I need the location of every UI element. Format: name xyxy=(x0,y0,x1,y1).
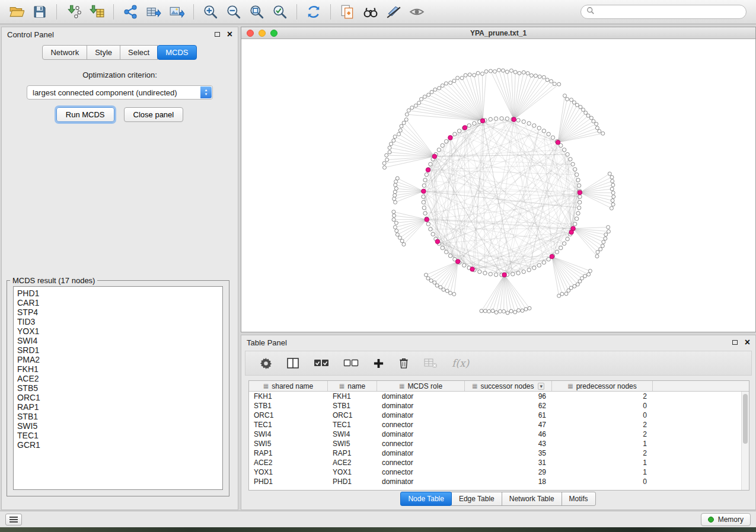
table-toolbar: f(x) xyxy=(245,351,752,376)
table-row[interactable]: SWI4SWI4dominator462 xyxy=(249,430,749,439)
float-panel-icon[interactable] xyxy=(215,32,220,37)
tab-network-table[interactable]: Network Table xyxy=(502,492,562,506)
column-sort-icon[interactable]: ▦ xyxy=(339,383,344,389)
table-row[interactable]: ACE2ACE2connector311 xyxy=(249,458,749,467)
run-mcds-button[interactable]: Run MCDS xyxy=(56,107,114,122)
table-scrollbar[interactable] xyxy=(741,392,749,490)
control-panel-header: Control Panel × xyxy=(2,27,238,41)
menu-icon[interactable] xyxy=(5,514,22,525)
find-icon[interactable] xyxy=(360,2,381,21)
mcds-result-item[interactable]: FKH1 xyxy=(17,364,219,374)
add-row-icon[interactable] xyxy=(373,358,384,369)
mcds-result-item[interactable]: SWI5 xyxy=(17,421,219,431)
import-table-icon[interactable] xyxy=(86,2,107,21)
mcds-result-item[interactable]: GCR1 xyxy=(17,440,219,450)
float-panel-icon[interactable] xyxy=(732,340,738,345)
import-network-icon[interactable] xyxy=(63,2,84,21)
maximize-window-icon[interactable] xyxy=(270,30,277,37)
table-row[interactable]: RAP1RAP1dominator352 xyxy=(249,448,749,458)
mcds-result-item[interactable]: SWI4 xyxy=(17,336,219,345)
tab-motifs[interactable]: Motifs xyxy=(562,492,596,506)
mcds-result-item[interactable]: YOX1 xyxy=(17,326,219,336)
select-all-icon[interactable] xyxy=(314,358,329,368)
zoom-fit-icon[interactable] xyxy=(246,2,267,21)
column-sort-icon[interactable]: ▦ xyxy=(399,383,404,389)
column-header-successor-nodes[interactable]: ▦successor nodes▾ xyxy=(465,381,552,391)
column-layout-icon[interactable] xyxy=(286,357,299,369)
close-panel-icon[interactable]: × xyxy=(745,339,750,346)
table-header-row: ▦shared name▦name▦MCDS role▦successor no… xyxy=(249,381,749,392)
scrollbar-thumb[interactable] xyxy=(743,394,748,444)
mcds-result-item[interactable]: TID3 xyxy=(17,317,219,326)
mcds-result-item[interactable]: PHD1 xyxy=(17,289,219,298)
tab-mcds[interactable]: MCDS xyxy=(157,45,196,60)
mcds-result-item[interactable]: STP4 xyxy=(17,307,219,317)
delete-row-icon[interactable] xyxy=(398,357,409,369)
search-input[interactable] xyxy=(598,8,741,16)
toolbar-separator xyxy=(330,4,331,20)
mcds-result-group: MCDS result (17 nodes) PHD1CAR1STP4TID3Y… xyxy=(7,276,229,496)
optimization-criterion-select[interactable]: largest connected component (undirected)… xyxy=(27,85,213,100)
table-row[interactable]: STB1STB1dominator620 xyxy=(249,401,749,411)
memory-button[interactable]: Memory xyxy=(701,513,751,526)
desktop-wallpaper-strip xyxy=(0,527,756,532)
mcds-result-item[interactable]: STB5 xyxy=(17,383,219,393)
tab-style[interactable]: Style xyxy=(87,45,120,60)
network-window-titlebar[interactable]: YPA_prune.txt_1 xyxy=(241,27,755,39)
close-window-icon[interactable] xyxy=(247,30,254,37)
mcds-result-item[interactable]: ACE2 xyxy=(17,374,219,383)
network-window-title: YPA_prune.txt_1 xyxy=(470,29,527,37)
minimize-window-icon[interactable] xyxy=(259,30,266,37)
zoom-in-icon[interactable] xyxy=(200,2,221,21)
mcds-result-item[interactable]: PMA2 xyxy=(17,355,219,364)
refresh-layout-icon[interactable] xyxy=(303,2,324,21)
column-header-predecessor-nodes[interactable]: ▦predecessor nodes xyxy=(552,381,653,391)
column-sort-icon[interactable]: ▦ xyxy=(263,383,269,389)
zoom-selected-icon[interactable] xyxy=(269,2,291,21)
mcds-result-item[interactable]: STB1 xyxy=(17,412,219,421)
close-panel-icon[interactable]: × xyxy=(227,31,232,38)
node-table: ▦shared name▦name▦MCDS role▦successor no… xyxy=(248,380,749,491)
search-box[interactable] xyxy=(580,5,747,19)
tab-edge-table[interactable]: Edge Table xyxy=(451,492,502,506)
table-row[interactable]: PHD1PHD1dominator180 xyxy=(249,477,749,486)
toolbar-separator xyxy=(296,4,297,20)
column-sort-icon[interactable]: ▦ xyxy=(567,383,573,389)
mcds-result-item[interactable]: TEC1 xyxy=(17,431,219,440)
apply-style-icon[interactable] xyxy=(383,2,404,21)
table-row[interactable]: YOX1YOX1connector291 xyxy=(249,467,749,477)
deselect-all-icon[interactable] xyxy=(343,358,359,368)
column-header-name[interactable]: ▦name xyxy=(328,381,377,391)
mcds-result-item[interactable]: SRD1 xyxy=(17,345,219,355)
export-network-icon[interactable] xyxy=(120,2,141,21)
tab-network[interactable]: Network xyxy=(42,45,87,60)
status-bar: Memory xyxy=(0,511,756,527)
zoom-out-icon[interactable] xyxy=(223,2,244,21)
close-panel-button[interactable]: Close panel xyxy=(124,107,184,122)
export-table-icon[interactable] xyxy=(143,2,164,21)
save-session-icon[interactable] xyxy=(29,2,50,21)
table-row[interactable]: ORC1ORC1dominator610 xyxy=(249,411,749,420)
open-file-icon[interactable] xyxy=(6,2,27,21)
copy-view-icon[interactable] xyxy=(337,2,358,21)
show-hide-graphics-icon[interactable] xyxy=(406,2,428,21)
mcds-result-item[interactable]: RAP1 xyxy=(17,402,219,412)
table-tabs: Node TableEdge TableNetwork TableMotifs xyxy=(241,492,755,506)
table-row[interactable]: SWI5SWI5connector431 xyxy=(249,439,749,448)
sort-order-icon[interactable]: ▾ xyxy=(538,383,544,390)
toolbar-separator xyxy=(56,4,57,20)
mcds-result-item[interactable]: ORC1 xyxy=(17,393,219,402)
criterion-value: largest connected component (undirected) xyxy=(33,88,177,97)
table-panel-header: Table Panel × xyxy=(241,335,755,350)
tab-select[interactable]: Select xyxy=(120,45,158,60)
column-header-MCDS-role[interactable]: ▦MCDS role xyxy=(377,381,465,391)
table-settings-icon[interactable] xyxy=(260,357,272,370)
table-row[interactable]: TEC1TEC1connector472 xyxy=(249,420,749,430)
export-image-icon[interactable] xyxy=(166,2,187,21)
column-header-shared-name[interactable]: ▦shared name xyxy=(249,381,328,391)
mcds-result-item[interactable]: CAR1 xyxy=(17,298,219,307)
network-canvas[interactable] xyxy=(241,40,755,332)
tab-node-table[interactable]: Node Table xyxy=(400,492,452,506)
table-row[interactable]: FKH1FKH1dominator962 xyxy=(249,392,749,401)
column-sort-icon[interactable]: ▦ xyxy=(472,383,477,389)
